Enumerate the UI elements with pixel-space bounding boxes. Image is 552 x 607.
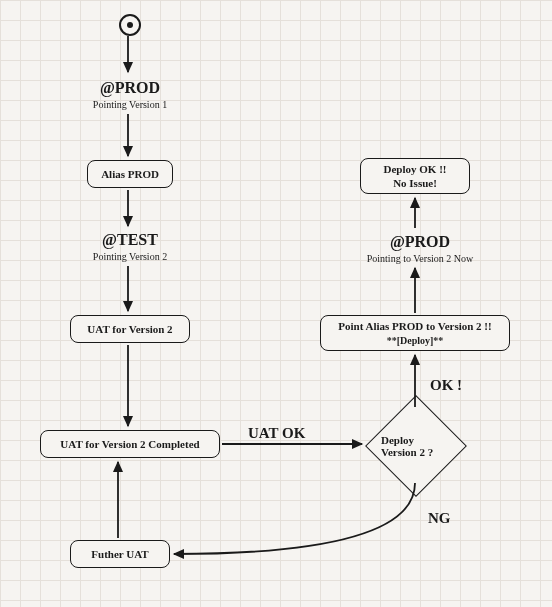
node-deploy-ok: Deploy OK !! No Issue! [360,158,470,194]
node-uat-completed-label: UAT for Version 2 Completed [60,437,199,451]
node-point-alias-label2: **[Deploy]** [387,334,444,347]
annotation-test-title: @TEST [70,232,190,248]
annotation-prod-v1: @PROD Pointing Version 1 [70,80,190,110]
node-further-uat: Futher UAT [70,540,170,568]
edge-label-ng: NG [428,510,451,527]
node-uat-completed: UAT for Version 2 Completed [40,430,220,458]
edge-label-uat-ok: UAT OK [248,425,305,442]
node-deploy-ok-label2: No Issue! [393,176,437,190]
node-alias-prod: Alias PROD [87,160,173,188]
node-deploy-ok-label: Deploy OK !! [384,162,447,176]
node-point-alias: Point Alias PROD to Version 2 !! **[Depl… [320,315,510,351]
annotation-test-sub: Pointing Version 2 [70,251,190,262]
annotation-prod-v1-sub: Pointing Version 1 [70,99,190,110]
node-uat: UAT for Version 2 [70,315,190,343]
annotation-prod-v2: @PROD Pointing to Version 2 Now [350,234,490,264]
node-alias-prod-label: Alias PROD [101,167,159,181]
node-uat-label: UAT for Version 2 [87,322,172,336]
start-node [119,14,141,36]
edge-label-ok: OK ! [430,377,462,394]
annotation-test: @TEST Pointing Version 2 [70,232,190,262]
annotation-prod-v1-title: @PROD [70,80,190,96]
annotation-prod-v2-title: @PROD [350,234,490,250]
annotation-prod-v2-sub: Pointing to Version 2 Now [350,253,490,264]
node-further-uat-label: Futher UAT [91,547,148,561]
node-point-alias-label: Point Alias PROD to Version 2 !! [338,319,491,333]
node-decision-label: Deploy Version 2 ? [381,411,451,481]
start-node-dot [127,22,133,28]
